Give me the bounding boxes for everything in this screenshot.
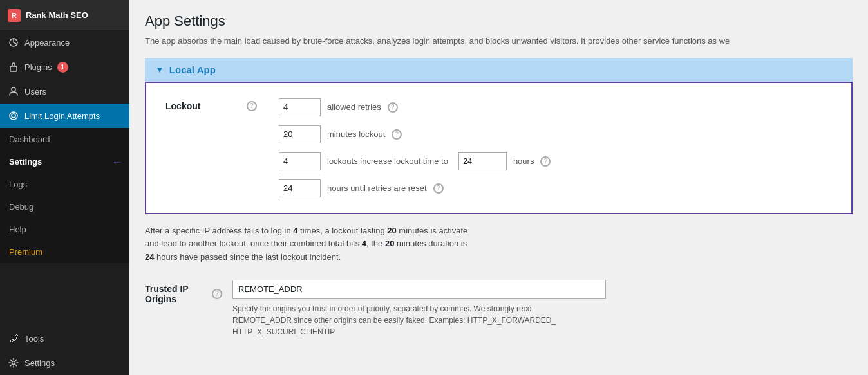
sidebar-item-plugins-label: Plugins xyxy=(24,62,52,72)
sidebar-submenu-settings[interactable]: Settings ← xyxy=(0,151,129,173)
sidebar-submenu-dashboard[interactable]: Dashboard xyxy=(0,128,129,151)
lockout-inputs: allowed retries ? minutes lockout ? lock… xyxy=(279,98,551,197)
page-description: The app absorbs the main load caused by … xyxy=(145,35,853,48)
trusted-ip-input-col: Specify the origins you trust in order o… xyxy=(232,280,853,338)
premium-label: Premium xyxy=(9,247,42,257)
svg-point-5 xyxy=(12,361,15,365)
trusted-ip-input[interactable] xyxy=(232,280,606,299)
debug-label: Debug xyxy=(9,202,33,212)
lockout-desc-part5: , the xyxy=(366,239,385,248)
lockout-desc-part2: times, a lockout lasting xyxy=(298,226,388,235)
lockout-desc-bold1: 4 xyxy=(293,226,297,235)
appearance-icon xyxy=(8,37,19,48)
lockout-help-icon[interactable]: ? xyxy=(247,101,257,111)
lockout-description: After a specific IP address fails to log… xyxy=(145,224,853,264)
sidebar-item-users-label: Users xyxy=(24,87,46,96)
page-title: App Settings xyxy=(145,13,853,30)
svg-rect-1 xyxy=(10,66,17,71)
main-content: App Settings The app absorbs the main lo… xyxy=(129,0,868,375)
trusted-ip-description: Specify the origins you trust in order o… xyxy=(232,303,606,338)
lockout-desc-bold3: 4 xyxy=(362,239,366,248)
tools-label: Tools xyxy=(24,334,44,343)
reset-help-icon[interactable]: ? xyxy=(433,183,444,194)
users-icon xyxy=(8,86,19,97)
reset-input[interactable] xyxy=(279,179,321,197)
retries-label: allowed retries xyxy=(327,102,381,112)
section-title: Local App xyxy=(169,64,216,75)
lockouts-input[interactable] xyxy=(279,152,321,170)
retries-help-icon[interactable]: ? xyxy=(388,102,398,113)
lockout-desc-part4: and lead to another lockout, once their … xyxy=(145,239,362,248)
lockout-desc-bold4: 20 xyxy=(385,239,394,248)
minutes-help-icon[interactable]: ? xyxy=(392,129,402,140)
trusted-ip-row: Trusted IP Origins ? Specify the origins… xyxy=(145,280,853,338)
sidebar-submenu-premium[interactable]: Premium xyxy=(0,241,129,263)
tools-icon xyxy=(8,333,19,344)
minutes-label: minutes lockout xyxy=(327,129,385,139)
sidebar-item-limit-login-label: Limit Login Attempts xyxy=(24,111,100,121)
help-label: Help xyxy=(9,224,26,234)
sidebar-item-tools[interactable]: Tools xyxy=(0,326,129,351)
lockout-desc-bold2: 20 xyxy=(387,226,396,235)
sidebar-item-settings-bottom[interactable]: Settings xyxy=(0,351,129,375)
svg-point-3 xyxy=(10,112,17,120)
sidebar-item-users[interactable]: Users xyxy=(0,79,129,104)
lockout-desc-part7: hours have passed since the last lockout… xyxy=(154,252,341,262)
settings-bottom-icon xyxy=(8,357,19,369)
sidebar-submenu: Dashboard Settings ← Logs Debug Help Pre… xyxy=(0,128,129,263)
dashboard-label: Dashboard xyxy=(9,134,50,144)
sidebar-item-appearance-label: Appearance xyxy=(24,38,70,48)
hours-help-icon[interactable]: ? xyxy=(540,156,551,167)
rank-math-icon: R xyxy=(8,9,21,22)
sidebar-item-limit-login[interactable]: Limit Login Attempts xyxy=(0,104,129,128)
minutes-input[interactable] xyxy=(279,125,321,143)
settings-arrow-icon: ← xyxy=(111,155,123,169)
trusted-desc-line3: HTTP_X_SUCURI_CLIENTIP xyxy=(232,327,335,336)
sidebar-submenu-help[interactable]: Help xyxy=(0,218,129,241)
trusted-desc-line2: REMOTE_ADDR since other origins can be e… xyxy=(232,316,556,325)
logs-label: Logs xyxy=(9,179,27,189)
lockout-desc-part1: After a specific IP address fails to log… xyxy=(145,226,293,235)
plugins-icon xyxy=(8,61,19,73)
sidebar-submenu-logs[interactable]: Logs xyxy=(0,173,129,196)
lockout-settings-box: Lockout ? allowed retries ? minutes lock… xyxy=(145,82,853,214)
limit-login-icon xyxy=(8,110,19,122)
trusted-ip-help-icon[interactable]: ? xyxy=(212,289,222,299)
trusted-ip-label: Trusted IP Origins xyxy=(145,284,208,304)
trusted-desc-line1: Specify the origins you trust in order o… xyxy=(232,304,531,313)
plugins-badge: 1 xyxy=(57,62,68,73)
settings-label: Settings xyxy=(9,157,42,167)
lockout-minutes-row: minutes lockout ? xyxy=(279,125,551,143)
lockout-increase-row: lockouts increase lockout time to hours … xyxy=(279,152,551,170)
sidebar-submenu-debug[interactable]: Debug xyxy=(0,196,129,218)
sidebar-item-appearance[interactable]: Appearance xyxy=(0,30,129,55)
trusted-ip-label-col: Trusted IP Origins ? xyxy=(145,280,222,304)
lockout-retries-row: allowed retries ? xyxy=(279,98,551,116)
lockout-desc-part6: minutes duration is xyxy=(394,239,467,248)
hours-input[interactable] xyxy=(458,152,507,170)
sidebar-app-name: Rank Math SEO xyxy=(26,10,88,20)
lockout-label: Lockout xyxy=(165,101,243,111)
sidebar-item-plugins[interactable]: Plugins 1 xyxy=(0,55,129,79)
reset-label: hours until retries are reset xyxy=(327,183,427,193)
lockout-desc-bold5: 24 xyxy=(145,252,154,262)
section-arrow-icon: ▼ xyxy=(155,64,164,75)
sidebar: R Rank Math SEO Appearance Plugins 1 Use… xyxy=(0,0,129,375)
settings-bottom-label: Settings xyxy=(24,358,55,368)
sidebar-header[interactable]: R Rank Math SEO xyxy=(0,0,129,30)
lockout-reset-row: hours until retries are reset ? xyxy=(279,179,551,197)
svg-point-4 xyxy=(12,114,15,118)
lockout-desc-part3: minutes is activate xyxy=(397,226,468,235)
lockouts-label: lockouts increase lockout time to xyxy=(327,156,448,166)
retries-input[interactable] xyxy=(279,98,321,116)
svg-point-2 xyxy=(12,87,15,91)
section-header: ▼ Local App xyxy=(145,58,853,82)
hours-label: hours xyxy=(513,156,534,166)
